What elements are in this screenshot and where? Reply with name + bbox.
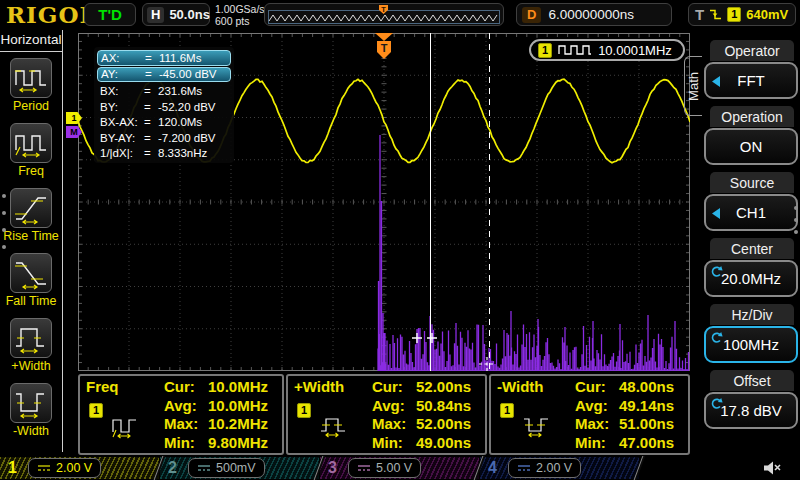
trigger-label: T bbox=[695, 6, 704, 23]
menu-item-fall-time[interactable]: Fall Time bbox=[0, 253, 62, 308]
left-arrow-icon bbox=[712, 208, 720, 219]
knob-icon bbox=[710, 397, 723, 410]
nwidth-icon bbox=[11, 384, 51, 422]
scroll-dot bbox=[2, 211, 6, 215]
trigger-status-text: T'D bbox=[98, 6, 122, 23]
softkey-offset[interactable]: 17.8 dBV bbox=[704, 392, 798, 429]
knob-icon bbox=[710, 265, 723, 278]
dc-coupling-icon bbox=[197, 463, 211, 473]
svg-text:T: T bbox=[381, 5, 386, 14]
scroll-dot bbox=[2, 245, 6, 249]
channel-number: 4 bbox=[488, 459, 502, 477]
speaker-muted-icon bbox=[762, 459, 782, 477]
scroll-dot bbox=[2, 228, 6, 232]
softkey-hzdiv[interactable]: 100MHz bbox=[704, 326, 798, 363]
waveform-preview-strip[interactable]: T bbox=[264, 3, 504, 26]
softkey-label-source: Source bbox=[710, 172, 794, 193]
oscilloscope-screen: RIGOL T'D H 50.0ns 1.00GSa/s 600 pts T D… bbox=[0, 0, 800, 480]
knob-icon bbox=[710, 331, 723, 344]
delay-value: 6.00000000ns bbox=[548, 7, 634, 22]
channel2-status[interactable]: 2 500mV bbox=[160, 457, 319, 479]
trigger-status-badge[interactable]: T'D bbox=[84, 3, 136, 26]
memory-depth: 600 pts bbox=[215, 15, 265, 27]
left-arrow-icon bbox=[712, 76, 720, 87]
dc-coupling-icon bbox=[517, 463, 531, 473]
pwidth-icon bbox=[11, 319, 51, 357]
h-scale-value: 50.0ns bbox=[169, 7, 209, 22]
page-dot bbox=[794, 230, 798, 234]
cursor-row-dx: 1/|dX|:=8.333nHz bbox=[97, 146, 231, 162]
channel-number: 1 bbox=[8, 459, 22, 477]
softkey-operator[interactable]: FFT bbox=[704, 62, 798, 99]
measurement-panel-nwidth: -Width 1 Cur:48.00ns Avg:49.14ns Max:51.… bbox=[489, 374, 690, 455]
trigger-info-box[interactable]: T 1 640mV bbox=[688, 3, 796, 26]
channel-badge: 1 bbox=[297, 403, 311, 418]
period-icon bbox=[11, 59, 51, 97]
freq-icon bbox=[11, 124, 51, 162]
falling-edge-icon bbox=[709, 8, 722, 21]
page-dot bbox=[794, 206, 798, 210]
horizontal-scale-box[interactable]: H 50.0ns bbox=[142, 3, 210, 26]
horizontal-delay-box[interactable]: D 6.00000000ns bbox=[516, 3, 672, 26]
channel-scale-box: 2.00 V bbox=[508, 458, 581, 478]
channel-status-bar: 1 2.00 V 2 500mV 3 5.00 V 4 2.00 V bbox=[0, 456, 800, 480]
softkey-center[interactable]: 20.0MHz bbox=[704, 260, 798, 297]
menu-item-nwidth[interactable]: -Width bbox=[0, 383, 62, 438]
svg-text:T: T bbox=[381, 42, 388, 54]
softkey-label-operation: Operation bbox=[710, 106, 794, 127]
nwidth-meas-icon bbox=[521, 412, 551, 440]
math-menu-tab: Math bbox=[684, 56, 702, 116]
counter-channel-badge: 1 bbox=[538, 43, 552, 58]
menu-divider bbox=[62, 30, 63, 452]
trigger-level-value: 640mV bbox=[746, 7, 788, 22]
sample-rate: 1.00GSa/s bbox=[215, 3, 265, 15]
horizontal-measure-menu: Horizontal Period Freq Rise Time bbox=[0, 30, 76, 457]
preview-waveform: T bbox=[265, 4, 503, 25]
softkey-source[interactable]: CH1 bbox=[704, 194, 798, 231]
page-dot bbox=[794, 218, 798, 222]
counter-value: 10.0001MHz bbox=[598, 43, 672, 58]
status-bar: RIGOL T'D H 50.0ns 1.00GSa/s 600 pts T D… bbox=[0, 0, 800, 30]
freq-meas-icon bbox=[110, 412, 140, 440]
cursor-measurements-panel: AX:=111.6Ms AY:=-45.00 dBV BX:=231.6Ms B… bbox=[94, 47, 234, 163]
cursor-row-ay: AY:=-45.00 dBV bbox=[97, 67, 231, 83]
channel-number: 2 bbox=[168, 459, 182, 477]
menu-item-rise-time[interactable]: Rise Time bbox=[0, 188, 62, 243]
cursor-row-bx: BX:=231.6Ms bbox=[97, 83, 231, 99]
menu-item-pwidth[interactable]: +Width bbox=[0, 318, 62, 373]
menu-item-period[interactable]: Period bbox=[0, 58, 62, 113]
square-wave-icon bbox=[558, 43, 592, 57]
cursor-row-ax: AX:=111.6Ms bbox=[97, 50, 231, 66]
cursor-row-byay: BY-AY:=-7.200 dBV bbox=[97, 130, 231, 146]
trigger-source-badge: 1 bbox=[727, 7, 741, 22]
channel-scale-box: 5.00 V bbox=[348, 458, 421, 478]
delay-label: D bbox=[522, 7, 541, 23]
measurement-panel-freq: Freq 1 Cur:10.0MHz Avg:10.0MHz Max:10.2M… bbox=[78, 374, 284, 455]
softkey-operation[interactable]: ON bbox=[704, 128, 798, 165]
scroll-dot bbox=[2, 194, 6, 198]
left-menu-title: Horizontal bbox=[0, 32, 62, 52]
dc-coupling-icon bbox=[357, 463, 371, 473]
acquisition-info: 1.00GSa/s 600 pts bbox=[215, 3, 265, 27]
softkey-label-operator: Operator bbox=[710, 40, 794, 61]
pwidth-meas-icon bbox=[318, 412, 348, 440]
channel-badge: 1 bbox=[500, 403, 514, 418]
channel-badge: 1 bbox=[89, 403, 103, 418]
rise-time-icon bbox=[11, 189, 51, 227]
channel3-status[interactable]: 3 5.00 V bbox=[320, 457, 479, 479]
dc-coupling-icon bbox=[37, 463, 51, 473]
softkey-label-offset: Offset bbox=[710, 370, 794, 391]
channel-number: 3 bbox=[328, 459, 342, 477]
hardware-freq-counter: 1 10.0001MHz bbox=[529, 39, 685, 61]
measurement-panel-pwidth: +Width 1 Cur:52.00ns Avg:50.84ns Max:52.… bbox=[286, 374, 487, 455]
channel-scale-box: 500mV bbox=[188, 458, 265, 478]
channel-scale-box: 2.00 V bbox=[28, 458, 101, 478]
measurement-values: Cur:10.0MHz Avg:10.0MHz Max:10.2MHz Min:… bbox=[164, 377, 279, 452]
channel4-status[interactable]: 4 2.00 V bbox=[480, 457, 639, 479]
channel1-status[interactable]: 1 2.00 V bbox=[0, 457, 159, 479]
menu-item-freq[interactable]: Freq bbox=[0, 123, 62, 178]
fall-time-icon bbox=[11, 254, 51, 292]
h-label: H bbox=[147, 7, 164, 23]
cursor-row-by: BY:=-52.20 dBV bbox=[97, 99, 231, 115]
measurement-values: Cur:48.00ns Avg:49.14ns Max:51.00ns Min:… bbox=[575, 377, 685, 452]
